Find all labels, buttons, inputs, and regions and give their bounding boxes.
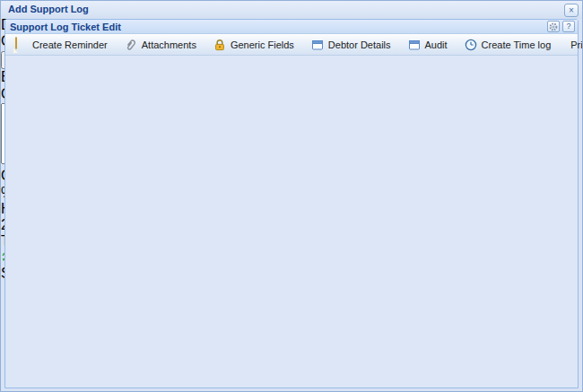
audit-button[interactable]: Audit [402, 35, 453, 55]
add-support-log-dialog: Add Support Log × Support Log Ticket Edi… [0, 0, 583, 392]
button-label: Debtor Details [328, 39, 391, 50]
paperclip-icon [124, 38, 138, 52]
window-titlebar: Add Support Log [1, 1, 582, 19]
ticket-edit-panel [4, 19, 579, 388]
toolbar: Create Reminder Attachments Generic Fiel… [5, 34, 578, 56]
button-label: Generic Fields [231, 39, 294, 50]
button-label: Audit [425, 39, 448, 50]
close-icon: × [569, 5, 574, 15]
print-button[interactable]: Print [561, 37, 583, 53]
debtor-details-button[interactable]: Debtor Details [305, 35, 396, 55]
reminder-icon [15, 37, 17, 49]
padlock-icon [213, 38, 227, 52]
generic-fields-button[interactable]: Generic Fields [207, 35, 300, 55]
window-icon [310, 38, 325, 52]
window-close-button[interactable]: × [564, 4, 579, 17]
panel-header: Support Log Ticket Edit ? [5, 20, 578, 34]
panel-title: Support Log Ticket Edit [5, 22, 547, 32]
window-icon [407, 38, 422, 52]
attachments-button[interactable]: Attachments [118, 35, 202, 55]
create-time-log-button[interactable]: Create Time log [458, 35, 557, 55]
help-button[interactable]: ? [562, 21, 575, 32]
button-label: Print [570, 39, 583, 50]
button-label: Create Reminder [32, 39, 108, 50]
button-label: Attachments [142, 39, 196, 50]
gear-icon [549, 22, 558, 31]
window-title: Add Support Log [8, 4, 89, 14]
create-reminder-button[interactable]: Create Reminder [9, 35, 113, 55]
clock-icon [464, 38, 478, 52]
button-label: Create Time log [482, 39, 552, 50]
help-icon: ? [566, 22, 570, 31]
gear-icon[interactable] [547, 21, 560, 32]
